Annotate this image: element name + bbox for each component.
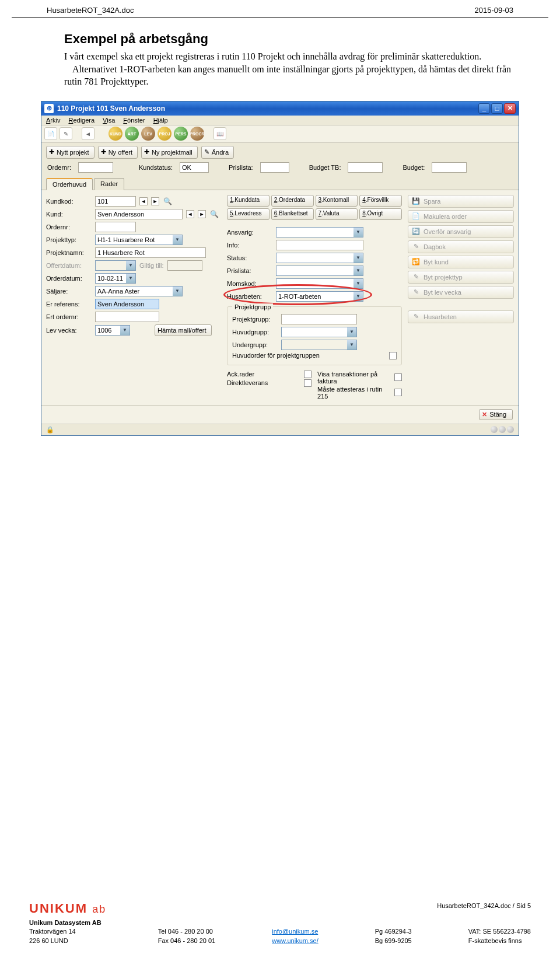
tab-rader[interactable]: Rader (94, 178, 124, 190)
huvudgrupp-select[interactable]: ▼ (281, 327, 357, 337)
lock-icon: 🔒 (46, 426, 54, 434)
side-husarbeten[interactable]: ✎Husarbeten (408, 310, 514, 323)
toolbar-icon-doc[interactable]: 📄 (44, 127, 57, 140)
orderdatum-select[interactable]: 10-02-11▼ (95, 273, 136, 284)
side-makulera[interactable]: 📄Makulera order (408, 210, 514, 223)
toolbar-icon-edit[interactable]: ✎ (60, 127, 72, 140)
prev-button[interactable]: ◄ (186, 210, 194, 218)
prev-button[interactable]: ◄ (139, 197, 148, 205)
side-bytproj[interactable]: ✎Byt projekttyp (408, 271, 514, 284)
kund-input[interactable] (95, 209, 183, 219)
side-bytkund[interactable]: 🔁Byt kund (408, 256, 514, 268)
dropdown-arrow-icon: ▼ (126, 261, 135, 270)
budget-input[interactable] (432, 162, 467, 173)
footer-mail-link[interactable]: info@unikum.se (272, 928, 318, 935)
side-dagbok[interactable]: ✎Dagbok (408, 240, 514, 253)
toolbar-circle-lev[interactable]: LEV (141, 127, 155, 141)
paragraph-1: I vårt exempel ska ett projekt registrer… (64, 50, 513, 63)
menu-hjalp[interactable]: Hjälp (153, 117, 168, 124)
levvecka-select[interactable]: 1006▼ (95, 325, 130, 336)
side-bytlev[interactable]: ✎Byt lev vecka (408, 286, 514, 299)
nytt-projekt-button[interactable]: ✚Nytt projekt (46, 146, 94, 159)
cat-valuta[interactable]: 7.Valuta (316, 208, 358, 220)
hamta-button[interactable]: Hämta mall/offert (155, 324, 212, 336)
kundkod-input[interactable] (95, 196, 136, 207)
heading: Exempel på arbetsgång (64, 32, 513, 47)
info-input[interactable] (276, 240, 363, 250)
side-spara-label: Spara (424, 198, 440, 205)
footer-col-vat: VAT: SE 556223-4798 F-skattebevis finns (468, 918, 531, 945)
prislista-input[interactable] (260, 162, 289, 173)
maximize-button[interactable]: □ (491, 103, 503, 114)
toolbar-circle-art[interactable]: ART (125, 127, 139, 141)
ny-projektmall-button[interactable]: ✚Ny projektmall (141, 146, 198, 159)
cat-forsvillk[interactable]: 4.Försvillk (359, 195, 402, 207)
prislista-select[interactable]: ▼ (276, 266, 363, 276)
side-spara[interactable]: 💾Spara (408, 195, 514, 208)
toolbar-circle-proj[interactable]: PROJ (158, 127, 172, 141)
projektnamn-input[interactable] (95, 247, 206, 258)
visatrans-label: Visa transaktioner på faktura (317, 371, 391, 385)
search-icon[interactable]: 🔍 (163, 197, 172, 206)
side-overfor[interactable]: 🔄Överför ansvarig (408, 225, 514, 238)
undergrupp-label: Undergrupp: (232, 341, 278, 348)
toolbar-icon-book[interactable]: 📖 (214, 127, 226, 140)
cat-levadress[interactable]: 5.Levadress (227, 208, 270, 220)
ertorder-input[interactable] (95, 312, 159, 322)
cat-orderdata[interactable]: 2.Orderdata (271, 195, 314, 207)
toolbar-circle-prov[interactable]: PROCR (190, 127, 204, 141)
edit-icon: ✎ (412, 243, 420, 251)
status-select[interactable]: ▼ (276, 253, 363, 263)
doc-header: HusarbeteROT_342A.doc 2015-09-03 (12, 0, 548, 18)
footer-fskatt: F-skattebevis finns (468, 937, 531, 945)
tab-orderhuvud[interactable]: Orderhuvud (46, 178, 93, 190)
erref-input[interactable] (95, 299, 159, 309)
ansvarig-select[interactable]: ▼ (276, 227, 363, 237)
dropdown-arrow-icon: ▼ (173, 235, 182, 245)
saljare-select[interactable]: AA-Anna Aster▼ (95, 286, 183, 296)
side-dagbok-label: Dagbok (424, 243, 446, 250)
husarbeten-value: 1-ROT-arbeten (278, 293, 321, 300)
cat-ovrigt[interactable]: 8.Övrigt (359, 208, 402, 220)
toolbar-icon-back[interactable]: ◄ (82, 127, 94, 140)
cat-kontomall[interactable]: 3.Kontomall (316, 195, 358, 207)
dropdown-arrow-icon: ▼ (347, 340, 356, 350)
ordernr-input2[interactable] (95, 222, 136, 232)
menu-fonster[interactable]: Fönster (123, 117, 145, 124)
visatrans-checkbox[interactable] (394, 373, 402, 381)
footer-addr1: Traktorvägen 14 (29, 927, 102, 936)
menu-redigera[interactable]: Redigera (68, 117, 94, 124)
toolbar-circle-pers[interactable]: PERS (174, 127, 188, 141)
minimize-button[interactable]: _ (478, 103, 490, 114)
cat-kunddata[interactable]: 1.Kunddata (227, 195, 270, 207)
prislista-label: Prislista: (229, 164, 253, 171)
fieldset-legend: Projektgrupp (232, 303, 273, 310)
toolbar-circle-kund[interactable]: KUND (108, 127, 123, 141)
projektnamn-label: Projektnamn: (46, 249, 92, 256)
footer-pagenum: HusarbeteROT_342A.doc / Sid 5 (437, 902, 531, 909)
masteatt-checkbox[interactable] (394, 389, 402, 396)
search-icon[interactable]: 🔍 (209, 209, 219, 219)
menu-arkiv[interactable]: Arkiv (46, 117, 60, 124)
direktlev-checkbox[interactable] (304, 379, 312, 387)
ackrader-checkbox[interactable] (304, 371, 312, 378)
close-button[interactable]: ✕ (504, 103, 516, 114)
ordernr-input[interactable] (78, 162, 113, 173)
projekttyp-select[interactable]: H1-1 Husarbere Rot▼ (95, 235, 183, 245)
footer-web-link[interactable]: www.unikum.se/ (272, 937, 318, 944)
stang-button[interactable]: ✕Stäng (479, 409, 513, 420)
next-button[interactable]: ► (198, 210, 206, 218)
momskod-select[interactable]: ▼ (276, 278, 363, 289)
menu-visa[interactable]: Visa (103, 117, 115, 124)
budgettb-input[interactable] (348, 162, 383, 173)
stang-label: Stäng (489, 411, 506, 418)
kundstatus-input[interactable] (180, 162, 209, 173)
ny-offert-button[interactable]: ✚Ny offert (98, 146, 138, 159)
huvudorder-checkbox[interactable] (389, 352, 397, 359)
cat-blankettset[interactable]: 6.Blankettset (271, 208, 314, 220)
andra-button[interactable]: ✎Ändra (201, 146, 234, 159)
next-button[interactable]: ► (151, 197, 159, 205)
edit-icon: ✎ (412, 288, 420, 296)
husarbeten-select[interactable]: 1-ROT-arbeten▼ (276, 291, 363, 302)
projektgrupp-input[interactable] (281, 314, 357, 324)
